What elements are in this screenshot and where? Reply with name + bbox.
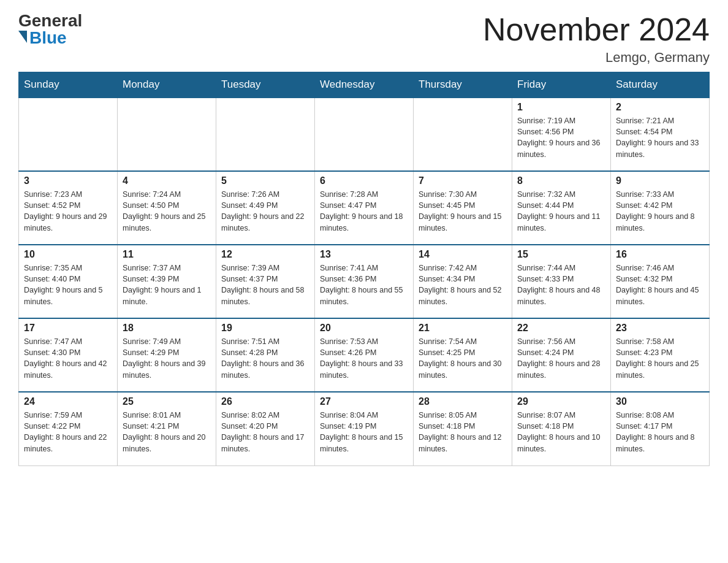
week-row-3: 10Sunrise: 7:35 AMSunset: 4:40 PMDayligh… [19,245,710,318]
day-number: 8 [517,175,605,186]
month-title: November 2024 [483,12,710,47]
calendar-cell: 22Sunrise: 7:56 AMSunset: 4:24 PMDayligh… [512,318,611,392]
calendar-cell: 16Sunrise: 7:46 AMSunset: 4:32 PMDayligh… [611,245,710,318]
calendar-cell [315,98,414,171]
day-number: 23 [616,323,704,334]
calendar-cell: 13Sunrise: 7:41 AMSunset: 4:36 PMDayligh… [315,245,414,318]
calendar-cell: 29Sunrise: 8:07 AMSunset: 4:18 PMDayligh… [512,392,611,465]
day-info: Sunrise: 7:33 AMSunset: 4:42 PMDaylight:… [616,189,704,234]
day-info: Sunrise: 7:54 AMSunset: 4:25 PMDaylight:… [419,336,507,381]
calendar-cell: 3Sunrise: 7:23 AMSunset: 4:52 PMDaylight… [19,171,118,245]
weekday-header-saturday: Saturday [611,72,710,98]
day-number: 2 [616,102,704,113]
day-info: Sunrise: 7:39 AMSunset: 4:37 PMDaylight:… [221,262,309,307]
day-info: Sunrise: 7:46 AMSunset: 4:32 PMDaylight:… [616,262,704,307]
day-number: 11 [123,249,211,260]
calendar-cell: 6Sunrise: 7:28 AMSunset: 4:47 PMDaylight… [315,171,414,245]
day-number: 3 [24,175,112,186]
day-info: Sunrise: 8:08 AMSunset: 4:17 PMDaylight:… [616,410,704,454]
day-number: 6 [320,175,408,186]
day-info: Sunrise: 8:04 AMSunset: 4:19 PMDaylight:… [320,410,408,454]
logo-blue-text: Blue [29,29,67,47]
calendar-cell: 25Sunrise: 8:01 AMSunset: 4:21 PMDayligh… [118,392,216,465]
week-row-1: 1Sunrise: 7:19 AMSunset: 4:56 PMDaylight… [19,98,710,171]
weekday-header-sunday: Sunday [19,72,118,98]
day-number: 22 [517,323,605,334]
day-info: Sunrise: 7:35 AMSunset: 4:40 PMDaylight:… [24,262,112,307]
weekday-header-tuesday: Tuesday [216,72,315,98]
weekday-header-wednesday: Wednesday [315,72,414,98]
logo: General Blue [18,12,82,47]
location-label: Lemgo, Germany [483,50,710,66]
day-number: 17 [24,323,112,334]
day-info: Sunrise: 7:53 AMSunset: 4:26 PMDaylight:… [320,336,408,381]
day-number: 20 [320,323,408,334]
calendar-cell: 11Sunrise: 7:37 AMSunset: 4:39 PMDayligh… [118,245,216,318]
day-number: 25 [123,396,211,407]
day-number: 27 [320,396,408,407]
day-info: Sunrise: 7:19 AMSunset: 4:56 PMDaylight:… [517,115,605,160]
calendar-cell: 15Sunrise: 7:44 AMSunset: 4:33 PMDayligh… [512,245,611,318]
day-info: Sunrise: 7:24 AMSunset: 4:50 PMDaylight:… [123,189,211,234]
day-number: 15 [517,249,605,260]
day-info: Sunrise: 7:49 AMSunset: 4:29 PMDaylight:… [123,336,211,381]
day-info: Sunrise: 8:07 AMSunset: 4:18 PMDaylight:… [517,410,605,454]
weekday-header-monday: Monday [118,72,216,98]
day-number: 28 [419,396,507,407]
calendar-cell: 27Sunrise: 8:04 AMSunset: 4:19 PMDayligh… [315,392,414,465]
calendar-cell: 2Sunrise: 7:21 AMSunset: 4:54 PMDaylight… [611,98,710,171]
day-number: 13 [320,249,408,260]
day-info: Sunrise: 7:26 AMSunset: 4:49 PMDaylight:… [221,189,309,234]
day-number: 26 [221,396,309,407]
day-info: Sunrise: 7:42 AMSunset: 4:34 PMDaylight:… [419,262,507,307]
day-info: Sunrise: 7:58 AMSunset: 4:23 PMDaylight:… [616,336,704,381]
day-info: Sunrise: 7:28 AMSunset: 4:47 PMDaylight:… [320,189,408,234]
day-info: Sunrise: 7:37 AMSunset: 4:39 PMDaylight:… [123,262,211,307]
day-info: Sunrise: 7:51 AMSunset: 4:28 PMDaylight:… [221,336,309,381]
calendar-cell: 19Sunrise: 7:51 AMSunset: 4:28 PMDayligh… [216,318,315,392]
day-number: 19 [221,323,309,334]
day-info: Sunrise: 7:47 AMSunset: 4:30 PMDaylight:… [24,336,112,381]
day-number: 9 [616,175,704,186]
logo-triangle-icon [18,31,27,43]
day-number: 10 [24,249,112,260]
day-info: Sunrise: 7:44 AMSunset: 4:33 PMDaylight:… [517,262,605,307]
calendar-cell: 26Sunrise: 8:02 AMSunset: 4:20 PMDayligh… [216,392,315,465]
calendar-cell: 5Sunrise: 7:26 AMSunset: 4:49 PMDaylight… [216,171,315,245]
week-row-2: 3Sunrise: 7:23 AMSunset: 4:52 PMDaylight… [19,171,710,245]
weekday-header-thursday: Thursday [414,72,512,98]
week-row-5: 24Sunrise: 7:59 AMSunset: 4:22 PMDayligh… [19,392,710,465]
day-info: Sunrise: 7:32 AMSunset: 4:44 PMDaylight:… [517,189,605,234]
calendar-cell: 28Sunrise: 8:05 AMSunset: 4:18 PMDayligh… [414,392,512,465]
weekday-header-row: SundayMondayTuesdayWednesdayThursdayFrid… [19,72,710,98]
calendar-cell: 1Sunrise: 7:19 AMSunset: 4:56 PMDaylight… [512,98,611,171]
calendar-cell [414,98,512,171]
day-info: Sunrise: 7:59 AMSunset: 4:22 PMDaylight:… [24,410,112,454]
weekday-header-friday: Friday [512,72,611,98]
day-number: 21 [419,323,507,334]
calendar-cell [19,98,118,171]
week-row-4: 17Sunrise: 7:47 AMSunset: 4:30 PMDayligh… [19,318,710,392]
calendar-table: SundayMondayTuesdayWednesdayThursdayFrid… [18,72,710,466]
day-number: 24 [24,396,112,407]
page-header: General Blue November 2024 Lemgo, German… [18,12,710,66]
day-number: 1 [517,102,605,113]
day-info: Sunrise: 7:23 AMSunset: 4:52 PMDaylight:… [24,189,112,234]
day-number: 14 [419,249,507,260]
day-info: Sunrise: 7:21 AMSunset: 4:54 PMDaylight:… [616,115,704,160]
calendar-cell: 18Sunrise: 7:49 AMSunset: 4:29 PMDayligh… [118,318,216,392]
day-number: 5 [221,175,309,186]
logo-general-text: General [18,12,82,29]
day-number: 30 [616,396,704,407]
calendar-cell: 9Sunrise: 7:33 AMSunset: 4:42 PMDaylight… [611,171,710,245]
calendar-cell: 10Sunrise: 7:35 AMSunset: 4:40 PMDayligh… [19,245,118,318]
day-number: 18 [123,323,211,334]
day-number: 12 [221,249,309,260]
day-info: Sunrise: 7:30 AMSunset: 4:45 PMDaylight:… [419,189,507,234]
calendar-cell: 17Sunrise: 7:47 AMSunset: 4:30 PMDayligh… [19,318,118,392]
day-number: 4 [123,175,211,186]
calendar-cell [118,98,216,171]
day-number: 16 [616,249,704,260]
calendar-cell: 30Sunrise: 8:08 AMSunset: 4:17 PMDayligh… [611,392,710,465]
calendar-cell: 12Sunrise: 7:39 AMSunset: 4:37 PMDayligh… [216,245,315,318]
